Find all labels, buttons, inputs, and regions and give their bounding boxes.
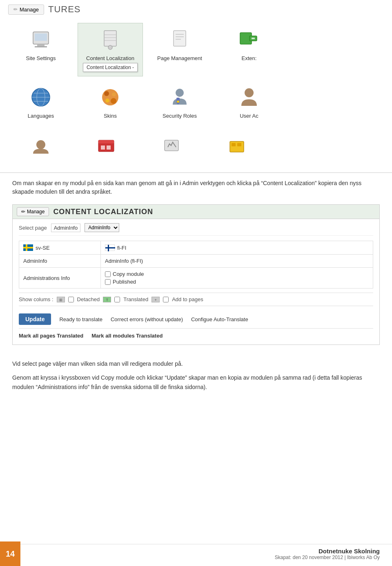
localization-panel: ✏ Manage CONTENT LOCALIZATION Select pag… bbox=[12, 204, 380, 345]
row3-icon2 bbox=[94, 134, 118, 159]
show-columns-label: Show colums : bbox=[19, 296, 53, 302]
languages-item[interactable]: Languages bbox=[8, 81, 74, 123]
row3-item2[interactable] bbox=[74, 130, 139, 166]
svg-point-8 bbox=[108, 45, 112, 49]
select-page-row: Select page AdminInfo AdminInfo bbox=[19, 223, 373, 236]
svg-rect-34 bbox=[101, 145, 105, 150]
localization-header: ✏ Manage CONTENT LOCALIZATION bbox=[13, 205, 379, 219]
lang-sv-row1: AdminInfo bbox=[19, 255, 101, 267]
svg-point-25 bbox=[111, 98, 116, 104]
copy-module-row: Copy module bbox=[105, 271, 144, 277]
lang-sv-row1-text: AdminInfo bbox=[23, 258, 47, 264]
lang-fi-row2: Copy module Published bbox=[101, 268, 373, 288]
published-label: Published bbox=[113, 279, 136, 285]
footer-title: Dotnetnuke Skolning bbox=[318, 548, 380, 555]
footer-right: Dotnetnuke Skolning Skapat: den 20 novem… bbox=[20, 544, 392, 564]
mark-all-row: Mark all pages Translated Mark all modul… bbox=[19, 331, 373, 340]
languages-label: Languages bbox=[28, 113, 54, 119]
footer: 14 Dotnetnuke Skolning Skapat: den 20 no… bbox=[0, 541, 392, 566]
ready-to-translate-link[interactable]: Ready to translate bbox=[59, 316, 102, 322]
content-localization-icon bbox=[98, 27, 122, 52]
flag-sweden bbox=[23, 244, 33, 251]
lang-data-row1: AdminInfo AdminInfo (fi-FI) bbox=[19, 255, 373, 268]
lang-header-row: sv-SE fi-FI bbox=[19, 241, 373, 255]
lang-fi-header: fi-FI bbox=[101, 241, 373, 254]
add-to-pages-label: Add to pages bbox=[172, 296, 203, 302]
published-checkbox[interactable] bbox=[105, 279, 111, 285]
svg-rect-9 bbox=[174, 31, 186, 46]
extensions-item[interactable]: Exten: bbox=[216, 23, 282, 76]
page-management-icon bbox=[167, 27, 192, 52]
add-to-pages-checkbox[interactable] bbox=[163, 297, 169, 302]
site-settings-label: Site Settings bbox=[26, 55, 56, 61]
language-grid: sv-SE fi-FI AdminInfo AdminInfo (fi-FI) bbox=[19, 241, 373, 289]
row3-icon4 bbox=[225, 134, 249, 159]
loc-manage-button[interactable]: ✏ Manage bbox=[17, 207, 49, 216]
row3-item3[interactable] bbox=[139, 130, 204, 166]
lang-sv-label: sv-SE bbox=[36, 245, 50, 251]
svg-point-24 bbox=[105, 98, 109, 103]
loc-manage-label: Manage bbox=[27, 209, 45, 215]
lang-sv-row2-text: Administrations Info bbox=[23, 275, 70, 281]
localization-title: CONTENT LOCALIZATION bbox=[53, 208, 153, 216]
user-accounts-item[interactable]: User Ac bbox=[216, 81, 282, 123]
mark-all-pages-link[interactable]: Mark all pages Translated bbox=[19, 333, 83, 339]
description2: Vid select page väljer man vilken sida m… bbox=[0, 353, 392, 398]
content-localization-tooltip: Content Localization - bbox=[83, 63, 138, 72]
description2a-text: Vid select page väljer man vilken sida m… bbox=[12, 359, 380, 368]
security-roles-item[interactable]: Security Roles bbox=[147, 81, 212, 123]
select-page-value: AdminInfo bbox=[51, 224, 81, 232]
action-buttons-row: Update Ready to translate Correct errors… bbox=[19, 310, 373, 329]
page-management-item[interactable]: Page Management bbox=[147, 23, 212, 76]
icon-grid: Site Settings Content Localization Conte… bbox=[8, 19, 384, 128]
copy-module-checkbox[interactable] bbox=[105, 271, 111, 277]
select-page-dropdown[interactable]: AdminInfo bbox=[85, 223, 119, 232]
security-roles-icon bbox=[167, 85, 192, 110]
lang-sv-header: sv-SE bbox=[19, 241, 101, 254]
svg-rect-38 bbox=[232, 143, 236, 146]
mark-all-modules-link[interactable]: Mark all modules Translated bbox=[91, 333, 163, 339]
manage-button[interactable]: ✏ Manage bbox=[8, 4, 44, 15]
row3-icon1 bbox=[29, 134, 53, 159]
flag-finland bbox=[105, 244, 115, 251]
pencil-icon: ✏ bbox=[13, 7, 18, 12]
detached-checkbox[interactable] bbox=[68, 297, 74, 302]
detached-label: Detached bbox=[77, 296, 100, 302]
site-settings-item[interactable]: Site Settings bbox=[8, 23, 74, 76]
localization-body: Select page AdminInfo AdminInfo sv-SE fi… bbox=[13, 219, 379, 345]
content-localization-item[interactable]: Content Localization Content Localizatio… bbox=[78, 23, 143, 76]
svg-point-30 bbox=[245, 88, 254, 97]
lang-data-row2: Administrations Info Copy module Publish… bbox=[19, 268, 373, 288]
user-accounts-icon bbox=[237, 85, 261, 110]
svg-rect-29 bbox=[177, 103, 179, 104]
extensions-label: Exten: bbox=[242, 55, 257, 61]
description1: Om man skapar en ny modul på en sida kan… bbox=[0, 173, 392, 202]
user-accounts-label: User Ac bbox=[240, 113, 258, 119]
svg-point-22 bbox=[104, 91, 109, 96]
configure-auto-translate-link[interactable]: Configue Auto-Translate bbox=[191, 316, 248, 322]
svg-point-21 bbox=[102, 89, 118, 105]
row3-item1[interactable] bbox=[8, 130, 74, 166]
detached-icon: ⊞ bbox=[57, 297, 65, 302]
manage-bar: ✏ Manage TURES bbox=[8, 4, 384, 15]
lang-sv-row2: Administrations Info bbox=[19, 268, 101, 288]
row3-item4[interactable] bbox=[204, 130, 270, 166]
svg-point-26 bbox=[176, 89, 184, 97]
correct-errors-link[interactable]: Correct errors (without update) bbox=[111, 316, 183, 322]
svg-point-23 bbox=[112, 92, 116, 96]
add-to-pages-icon: + bbox=[151, 297, 160, 302]
svg-rect-39 bbox=[237, 143, 241, 146]
translated-icon: T bbox=[103, 297, 111, 302]
translated-checkbox[interactable] bbox=[114, 297, 120, 302]
update-button[interactable]: Update bbox=[19, 313, 51, 325]
copy-module-label: Copy module bbox=[113, 271, 144, 277]
skins-icon bbox=[98, 85, 122, 110]
site-settings-icon bbox=[29, 27, 53, 52]
footer-subtitle: Skapat: den 20 november 2012 | Ibiworks … bbox=[275, 555, 380, 560]
svg-rect-1 bbox=[35, 34, 47, 41]
published-row: Published bbox=[105, 279, 136, 285]
skins-item[interactable]: Skins bbox=[78, 81, 143, 123]
lang-fi-row1: AdminInfo (fi-FI) bbox=[101, 255, 373, 267]
content-localization-label: Content Localization bbox=[86, 55, 134, 61]
svg-rect-33 bbox=[98, 140, 114, 143]
